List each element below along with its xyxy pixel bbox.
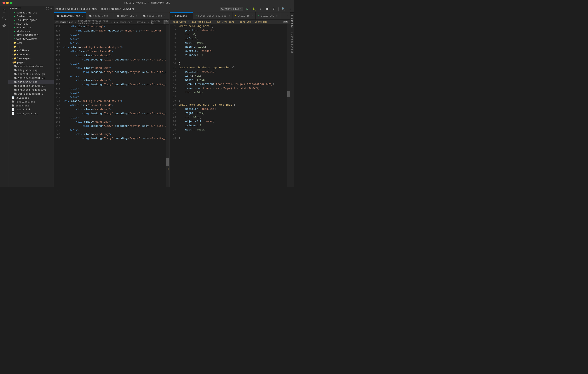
- sidebar-item-style-css[interactable]: ● style.css: [8, 30, 54, 33]
- code-line-324: 324 <img loading="lazy" decoding="async"…: [54, 29, 169, 33]
- sidebar-item-functions[interactable]: 🐘 functions.php: [8, 100, 54, 104]
- sidebar-item-robots-copy[interactable]: 📄 robots_copy.txt: [8, 112, 54, 115]
- folder-icon: 📁: [13, 41, 16, 44]
- sidebar-item-js-folder[interactable]: ▶ 📁 js: [8, 45, 54, 49]
- folder-name: js: [17, 45, 20, 48]
- minimize-button[interactable]: [6, 2, 9, 4]
- close-tab-icon[interactable]: ✕: [136, 15, 137, 17]
- sidebar-item-contact-us-css[interactable]: ● contact_us.css: [8, 11, 54, 15]
- css-line-15: 15 -webkit-transform: translateY(-259px)…: [170, 82, 290, 86]
- stop-button[interactable]: ⏹: [265, 7, 270, 12]
- sidebar-item-htaccess[interactable]: 📄 .htaccess: [8, 96, 54, 100]
- sidebar-item-ios-css[interactable]: ● ios_developmen: [8, 18, 54, 22]
- sidebar-item-blog[interactable]: 🐘 blog.view.php: [8, 68, 54, 72]
- close-button[interactable]: [2, 2, 5, 4]
- css-scrollbar-thumb[interactable]: [287, 91, 290, 97]
- php-code-container[interactable]: 323 <div class="card-img"> 324 <img load…: [54, 25, 169, 187]
- css-file-icon: ●: [14, 30, 16, 33]
- close-tab-icon[interactable]: ✕: [82, 15, 84, 17]
- sidebar-item-component-folder[interactable]: ▶ 📁 component: [8, 52, 54, 57]
- tab-navbar-php[interactable]: 🐘 navbar.php ✕: [86, 12, 114, 20]
- close-tab-icon[interactable]: ✕: [229, 15, 230, 17]
- breadcrumb-public-html[interactable]: public_html: [81, 8, 97, 10]
- more-button[interactable]: ⋯: [287, 7, 292, 12]
- css-tabs-more[interactable]: ⋯: [285, 14, 290, 18]
- sidebar-header-icons[interactable]: ⟨ ⟩ ⋯: [46, 7, 52, 10]
- close-tab-icon[interactable]: ✕: [276, 15, 278, 17]
- sidebar-item-main-css[interactable]: ● main.css: [8, 22, 54, 26]
- php-code-lines: 323 <div class="card-img"> 324 <img load…: [54, 25, 169, 141]
- sidebar-item-web-dev-css[interactable]: ● web_developmer: [8, 37, 54, 41]
- css-line-17: 17 top: -404px: [170, 91, 290, 95]
- file-name: question-answer.vi: [18, 85, 45, 88]
- sidebar-item-img-folder[interactable]: ▶ 📁 img: [8, 41, 54, 45]
- more-icon[interactable]: ⋯: [50, 7, 52, 10]
- expand-icon[interactable]: ⟩: [48, 7, 50, 10]
- tab-style-js[interactable]: ● style.js ✕: [232, 12, 256, 20]
- sidebar-item-contact-us[interactable]: 🐘 contact-us.view.ph: [8, 72, 54, 76]
- notifications-tab[interactable]: Notifications: [290, 30, 294, 55]
- sidebar-header: Project ⟨ ⟩ ⋯: [8, 6, 54, 11]
- sidebar-item-question[interactable]: 🐘 question-answer.vi: [8, 84, 54, 88]
- file-name: navbar.css: [16, 26, 31, 29]
- sidebar-item-style-width-css[interactable]: ● style_width_991: [8, 33, 54, 37]
- css-file-icon: ●: [14, 15, 16, 18]
- activity-git[interactable]: [1, 22, 8, 29]
- tab-style-width-css[interactable]: ● style_width_991.css ✕: [193, 12, 232, 20]
- sidebar-item-main-view[interactable]: 🐘 main.view.php: [8, 80, 54, 84]
- sidebar-item-languages-folder[interactable]: ▶ 📁 languages: [8, 57, 54, 61]
- code-line-336: 336 <div class="card-img">: [54, 78, 169, 83]
- collapse-icon[interactable]: ⟨: [46, 7, 47, 10]
- activity-explorer[interactable]: [1, 8, 8, 14]
- close-tab-icon[interactable]: ✕: [252, 15, 253, 17]
- sidebar-item-index[interactable]: 🐘 index.php: [8, 104, 54, 108]
- run-button[interactable]: ▶: [245, 7, 250, 12]
- tab-footer-php[interactable]: 🐘 footer.php ✕: [140, 12, 168, 20]
- code-line-346: 346 <div class="card-img">: [54, 120, 169, 124]
- sidebar-item-web-dev[interactable]: 🐘 web-development.v: [8, 92, 54, 96]
- breadcrumb-sep3: ›: [134, 21, 135, 23]
- tab-label: footer.php: [147, 14, 162, 17]
- mic-button[interactable]: 🎙: [272, 7, 276, 12]
- tab-main-view-php[interactable]: 🐘 main.view.php ✕: [54, 12, 86, 20]
- search-button[interactable]: 🔍: [281, 7, 286, 12]
- activity-bar: ⚙ 🔖 ☰: [0, 6, 8, 187]
- sidebar-item-android[interactable]: 🐘 android-developme: [8, 64, 54, 68]
- activity-search[interactable]: [1, 15, 8, 21]
- sidebar-item-robots[interactable]: 📄 robots.txt: [8, 108, 54, 112]
- css-code-lines: 1 .maat-hero .bg-hero { 2 position: abso…: [170, 24, 290, 140]
- sidebar-item-callback-folder[interactable]: ▶ 📁 callback: [8, 49, 54, 52]
- coverage-button[interactable]: ⚡: [258, 7, 263, 12]
- right-vertical-sidebar: Database Notifications make: [290, 12, 294, 187]
- close-tab-icon[interactable]: ✕: [189, 15, 190, 17]
- tabs-more-button[interactable]: ⋯: [168, 14, 169, 18]
- sidebar-item-navbar-css[interactable]: ● navbar.css: [8, 26, 54, 30]
- php-editor: 🐘 main.view.php ✕ 🐘 navbar.php ✕ 🐘 index…: [54, 12, 169, 187]
- tab-index-php[interactable]: 🐘 index.php ✕: [114, 12, 140, 20]
- close-tab-icon[interactable]: ✕: [110, 15, 111, 17]
- window-controls[interactable]: [2, 2, 12, 4]
- php-file-icon: 🐘: [14, 77, 17, 80]
- sidebar-item-footer-css[interactable]: ● footer.css: [8, 15, 54, 18]
- debug-button[interactable]: 🐛: [252, 7, 256, 12]
- sidebar-item-ios-dev[interactable]: 🐘 ios-development.vi: [8, 76, 54, 80]
- sidebar-item-pages-folder[interactable]: ▼ 📂 pages: [8, 61, 54, 64]
- current-file-button[interactable]: Current File ▾: [220, 7, 243, 11]
- scrollbar-thumb[interactable]: [166, 158, 169, 166]
- code-line-327: 327 </div>: [54, 41, 169, 45]
- breadcrumb-project[interactable]: maatify_website: [55, 8, 78, 10]
- tab-main-css[interactable]: ● main.css ✕: [170, 12, 193, 20]
- php-file-icon: 🐘: [14, 84, 17, 88]
- breadcrumb-file[interactable]: main.view.php: [115, 8, 135, 10]
- php-tab-bar: 🐘 main.view.php ✕ 🐘 navbar.php ✕ 🐘 index…: [54, 12, 169, 20]
- css-code-container[interactable]: 1 .maat-hero .bg-hero { 2 position: abso…: [170, 24, 290, 187]
- maximize-button[interactable]: [10, 2, 12, 4]
- close-tab-icon[interactable]: ✕: [164, 15, 165, 17]
- file-name: contact_us.css: [16, 11, 37, 14]
- tab-style-css[interactable]: ● style.css ✕: [256, 12, 280, 20]
- sidebar-item-training[interactable]: 🐘 training-request.vi: [8, 88, 54, 92]
- code-line-334: 334 <img loading="lazy" decoding="async"…: [54, 70, 169, 74]
- database-tab[interactable]: Database: [290, 12, 294, 29]
- folder-name: img: [17, 42, 22, 44]
- breadcrumb-pages[interactable]: pages: [101, 8, 108, 10]
